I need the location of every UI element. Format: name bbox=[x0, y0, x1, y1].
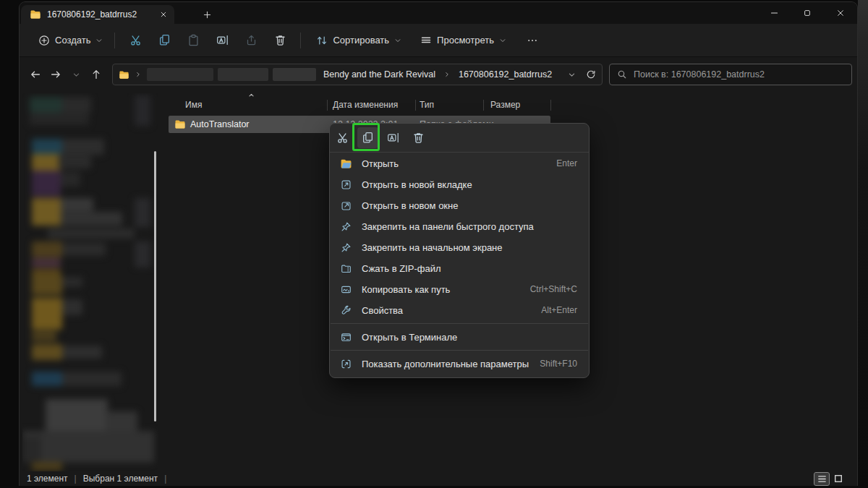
column-headers: Имя Дата изменения Тип Размер bbox=[169, 93, 847, 114]
blurred-sidebar-item bbox=[32, 258, 61, 267]
window-controls bbox=[757, 2, 857, 23]
blurred-sidebar-item bbox=[22, 431, 154, 463]
folder-icon bbox=[30, 9, 41, 20]
sort-button[interactable]: Сортировать bbox=[310, 30, 408, 51]
explorer-tab[interactable]: 1670806192_batdrrus2 bbox=[21, 5, 174, 24]
toolbar-separator bbox=[114, 33, 115, 48]
blurred-sidebar-item bbox=[106, 411, 137, 431]
back-button[interactable] bbox=[25, 64, 46, 85]
sort-arrows-icon bbox=[316, 35, 328, 46]
up-button[interactable] bbox=[86, 64, 106, 85]
share-button[interactable] bbox=[239, 28, 263, 53]
breadcrumb-game-folder[interactable]: Bendy and the Dark Revival bbox=[320, 68, 438, 81]
column-separator[interactable] bbox=[327, 100, 328, 111]
blurred-sidebar-item bbox=[32, 275, 62, 295]
forward-button[interactable] bbox=[46, 64, 66, 85]
refresh-icon[interactable] bbox=[586, 69, 596, 80]
menu-item-open-new-window[interactable]: Открыть в новом окне bbox=[333, 195, 586, 215]
blurred-sidebar-item bbox=[59, 155, 91, 168]
menu-separator bbox=[331, 350, 588, 351]
selected-count: Выбран 1 элемент bbox=[83, 474, 158, 484]
menu-item-pin-start[interactable]: Закрепить на начальном экране bbox=[333, 237, 586, 257]
blurred-sidebar-item bbox=[32, 241, 62, 257]
open-new-tab-icon bbox=[340, 179, 352, 191]
wrench-icon bbox=[340, 304, 352, 317]
column-separator[interactable] bbox=[550, 100, 551, 111]
sort-ascending-icon bbox=[248, 92, 255, 98]
menu-item-open-terminal[interactable]: Открыть в Терминале bbox=[333, 327, 586, 347]
blurred-sidebar-item bbox=[32, 154, 61, 171]
blurred-sidebar-item bbox=[22, 437, 41, 463]
pin-icon bbox=[340, 221, 352, 233]
menu-item-properties[interactable]: Свойства Alt+Enter bbox=[333, 300, 586, 320]
status-bar: 1 элемент | Выбран 1 элемент | bbox=[20, 471, 857, 486]
nav-pane-scrollbar[interactable] bbox=[154, 151, 156, 421]
navigation-pane bbox=[22, 93, 158, 474]
view-button[interactable]: Просмотреть bbox=[414, 30, 513, 51]
column-type[interactable]: Тип bbox=[420, 100, 434, 110]
column-separator[interactable] bbox=[415, 100, 416, 111]
redacted-path-segment bbox=[273, 68, 316, 81]
blurred-sidebar-item bbox=[62, 346, 102, 359]
search-input[interactable]: Поиск в: 1670806192_batdrrus2 bbox=[609, 64, 852, 85]
column-size[interactable]: Размер bbox=[490, 100, 520, 110]
screen: 1670806192_batdrrus2 bbox=[0, 0, 868, 488]
more-options-button[interactable] bbox=[520, 28, 545, 53]
copy-path-icon bbox=[340, 283, 352, 296]
redacted-tree-items bbox=[22, 93, 158, 474]
open-folder-icon bbox=[340, 158, 352, 170]
view-button-label: Просмотреть bbox=[437, 35, 494, 46]
breadcrumb-chevron-icon bbox=[134, 72, 142, 77]
tab-close-icon[interactable] bbox=[157, 8, 170, 21]
rename-button[interactable] bbox=[210, 28, 234, 53]
paste-button[interactable] bbox=[181, 28, 205, 53]
maximize-button[interactable] bbox=[791, 2, 824, 23]
menu-item-copy-as-path[interactable]: Копировать как путь Ctrl+Shift+C bbox=[333, 279, 586, 299]
menu-item-show-more-options[interactable]: Показать дополнительные параметры Shift+… bbox=[333, 354, 586, 374]
close-button[interactable] bbox=[824, 2, 857, 23]
pin-icon bbox=[340, 241, 352, 254]
folder-icon bbox=[174, 119, 186, 130]
folder-icon bbox=[119, 69, 129, 80]
cut-icon[interactable] bbox=[332, 127, 353, 148]
delete-button[interactable] bbox=[268, 28, 292, 53]
toolbar-separator bbox=[300, 33, 301, 48]
minimize-button[interactable] bbox=[757, 2, 791, 23]
items-count: 1 элемент bbox=[27, 474, 68, 484]
blurred-sidebar-item bbox=[30, 113, 89, 125]
menu-item-open[interactable]: Открыть Enter bbox=[333, 153, 586, 174]
address-bar[interactable]: Bendy and the Dark Revival 1670806192_ba… bbox=[112, 64, 603, 85]
breadcrumb-current-folder[interactable]: 1670806192_batdrrus2 bbox=[456, 68, 555, 81]
new-button[interactable]: Создать bbox=[33, 30, 109, 51]
column-date[interactable]: Дата изменения bbox=[333, 100, 398, 110]
sort-button-label: Сортировать bbox=[333, 35, 389, 46]
address-dropdown-icon[interactable] bbox=[568, 71, 576, 79]
plus-circle-icon bbox=[38, 35, 50, 46]
blurred-sidebar-item bbox=[61, 172, 80, 187]
blurred-sidebar-item bbox=[32, 298, 62, 330]
details-view-button[interactable] bbox=[814, 473, 829, 485]
blurred-sidebar-item bbox=[61, 212, 122, 226]
blurred-sidebar-item bbox=[32, 331, 56, 341]
menu-item-compress-zip[interactable]: Сжать в ZIP-файл bbox=[333, 258, 586, 278]
blurred-sidebar-item bbox=[62, 299, 82, 315]
column-separator[interactable] bbox=[483, 100, 484, 111]
menu-item-pin-quick-access[interactable]: Закрепить на панели быстрого доступа bbox=[333, 216, 586, 236]
delete-icon[interactable] bbox=[408, 127, 429, 148]
column-name[interactable]: Имя bbox=[185, 100, 202, 110]
cut-button[interactable] bbox=[123, 28, 148, 53]
redacted-path-segment bbox=[218, 68, 268, 81]
tab-title: 1670806192_batdrrus2 bbox=[47, 9, 151, 20]
blurred-sidebar-item bbox=[62, 243, 106, 256]
blurred-sidebar-item bbox=[135, 95, 150, 126]
large-icons-view-button[interactable] bbox=[831, 473, 846, 485]
blurred-sidebar-item bbox=[135, 198, 150, 227]
copy-button[interactable] bbox=[152, 28, 176, 53]
menu-item-open-new-tab[interactable]: Открыть в новой вкладке bbox=[333, 174, 586, 194]
rename-icon[interactable] bbox=[383, 127, 404, 148]
new-tab-button[interactable] bbox=[199, 7, 215, 22]
blurred-sidebar-item bbox=[32, 198, 62, 226]
view-lines-icon bbox=[420, 35, 432, 46]
blurred-sidebar-item bbox=[30, 97, 62, 113]
recent-locations-button[interactable] bbox=[66, 64, 86, 85]
